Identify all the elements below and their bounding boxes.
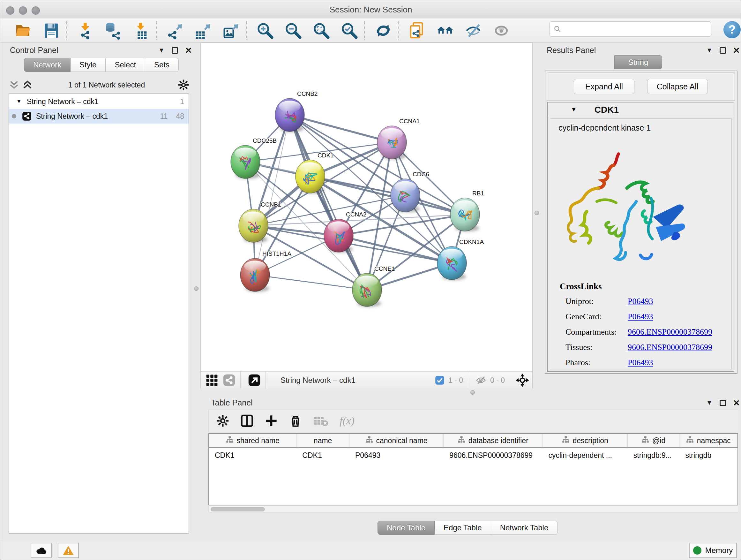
network-row[interactable]: String Network – cdk1 11 48 <box>9 109 189 124</box>
column-header-description[interactable]: description <box>542 434 627 447</box>
network-collection-row[interactable]: ▼ String Network – cdk1 1 <box>9 94 189 109</box>
tab-edge-table[interactable]: Edge Table <box>434 521 491 535</box>
network-canvas[interactable]: CCNB2CCNA1CDC25BCDK1CDC6RB1CCNB1CCNA2CDK… <box>200 43 533 371</box>
collection-caret-icon[interactable]: ▼ <box>16 98 22 105</box>
column-header-database-identifier[interactable]: database identifier <box>444 434 542 447</box>
network-node-count: 11 <box>160 112 168 121</box>
table-options-gear-icon[interactable] <box>216 415 229 427</box>
node-CDC25B[interactable]: CDC25B <box>231 137 277 179</box>
memory-button[interactable]: Memory <box>689 543 737 558</box>
table-panel-float-icon[interactable] <box>720 400 726 406</box>
tab-network-table[interactable]: Network Table <box>491 521 558 535</box>
hide-selected-icon[interactable] <box>464 22 482 40</box>
save-session-icon[interactable] <box>43 22 60 40</box>
zoom-selected-icon[interactable] <box>340 22 358 40</box>
control-panel-close-icon[interactable]: ✕ <box>185 47 192 54</box>
node-label-CCNB2: CCNB2 <box>297 90 318 97</box>
results-panel-collapse-icon[interactable]: ▼ <box>706 47 713 54</box>
selected-checkbox-icon[interactable] <box>435 375 445 385</box>
fit-selection-crosshair-icon[interactable] <box>516 374 529 387</box>
import-network-file-icon[interactable] <box>76 22 94 40</box>
section-caret-icon[interactable]: ▼ <box>571 106 577 113</box>
crosslink-link[interactable]: P06493 <box>628 312 653 321</box>
edge-CCNA2-CDKN1A[interactable] <box>339 236 452 263</box>
tab-sets[interactable]: Sets <box>145 58 179 72</box>
table-cell[interactable]: 9606.ENSP00000378699 <box>444 448 542 462</box>
crosslink-label: Compartments: <box>565 327 628 337</box>
show-columns-icon[interactable] <box>241 415 253 427</box>
control-panel-tabs: NetworkStyleSelectSets <box>24 58 179 72</box>
delete-table-icon[interactable] <box>313 415 328 427</box>
edge-HIST1H1A-CCNE1[interactable] <box>255 275 367 290</box>
birdseye-grid-icon[interactable] <box>206 374 218 386</box>
share-network-icon[interactable] <box>223 374 235 386</box>
results-panel-close-icon[interactable]: ✕ <box>733 47 740 54</box>
expand-all-icon[interactable] <box>22 80 33 90</box>
zoom-fit-icon[interactable] <box>313 22 330 40</box>
node-RB1[interactable]: RB1 <box>450 190 484 232</box>
update-network-icon[interactable] <box>374 22 392 40</box>
cloud-status-button[interactable] <box>30 543 52 558</box>
table-cell[interactable]: cyclin-dependent ... <box>542 448 627 462</box>
help-button[interactable]: ? <box>724 21 741 38</box>
scrollbar-thumb[interactable] <box>211 507 265 511</box>
show-all-icon[interactable] <box>492 22 510 40</box>
open-session-icon[interactable] <box>14 22 32 40</box>
create-column-plus-icon[interactable] <box>265 415 278 427</box>
delete-column-trash-icon[interactable] <box>289 415 302 427</box>
import-network-database-icon[interactable] <box>105 22 122 40</box>
column-header-shared-name[interactable]: shared name <box>209 434 296 447</box>
crosslink-link[interactable]: P06493 <box>628 358 653 368</box>
table-cell[interactable]: stringdb:9... <box>628 448 680 462</box>
right-splitter-handle[interactable] <box>535 211 539 215</box>
column-header--id[interactable]: @id <box>628 434 680 447</box>
toolbar-divider <box>364 21 365 40</box>
tab-string[interactable]: String <box>614 55 662 69</box>
results-panel-float-icon[interactable] <box>720 47 726 54</box>
first-neighbors-icon[interactable] <box>436 22 454 40</box>
column-header-canonical-name[interactable]: canonical name <box>349 434 444 447</box>
crosslink-link[interactable]: P06493 <box>628 297 653 306</box>
table-cell[interactable]: stringdb <box>679 448 738 462</box>
export-image-icon[interactable] <box>222 22 240 40</box>
cdk1-section-header[interactable]: ▼ CDK1 <box>548 103 734 117</box>
zoom-in-icon[interactable] <box>256 22 274 40</box>
table-cell[interactable]: CDK1 <box>296 448 349 462</box>
import-table-file-icon[interactable] <box>132 22 150 40</box>
export-table-icon[interactable] <box>194 22 212 40</box>
node-CDKN1A[interactable]: CDKN1A <box>437 239 484 280</box>
left-splitter-handle[interactable] <box>194 287 199 291</box>
new-network-from-selection-icon[interactable] <box>408 22 426 40</box>
control-panel-float-icon[interactable] <box>172 47 178 54</box>
network-options-gear-icon[interactable] <box>178 79 189 91</box>
crosslink-link[interactable]: 9606.ENSP00000378699 <box>628 327 712 337</box>
table-panel-collapse-icon[interactable]: ▼ <box>706 399 713 407</box>
node-HIST1H1A[interactable]: HIST1H1A <box>240 250 291 292</box>
table-panel-close-icon[interactable]: ✕ <box>733 400 740 406</box>
tab-style[interactable]: Style <box>71 58 106 72</box>
node-CCNA1[interactable]: CCNA1 <box>377 118 420 159</box>
node-CCNB2[interactable]: CCNB2 <box>275 90 318 132</box>
search-box[interactable] <box>549 21 711 37</box>
tab-node-table[interactable]: Node Table <box>378 521 434 535</box>
table-toolbar: f(x) <box>208 410 738 432</box>
search-input[interactable] <box>562 23 711 36</box>
crosslink-link[interactable]: 9606.ENSP00000378699 <box>628 343 712 352</box>
column-header-name[interactable]: name <box>296 434 349 447</box>
warnings-button[interactable] <box>58 543 79 558</box>
table-cell[interactable]: P06493 <box>349 448 444 462</box>
tab-select[interactable]: Select <box>106 58 145 72</box>
control-panel-collapse-icon[interactable]: ▼ <box>158 47 165 54</box>
table-cell[interactable]: CDK1 <box>209 448 296 462</box>
collapse-all-button[interactable]: Collapse All <box>647 79 708 94</box>
expand-all-button[interactable]: Expand All <box>574 79 634 94</box>
horizontal-splitter-handle[interactable] <box>470 390 475 395</box>
open-in-new-window-icon[interactable] <box>248 374 260 386</box>
collapse-all-icon[interactable] <box>9 80 19 90</box>
zoom-out-icon[interactable] <box>284 22 302 40</box>
tab-network[interactable]: Network <box>24 58 71 72</box>
export-network-icon[interactable] <box>166 22 184 40</box>
column-header-namespac[interactable]: namespac <box>679 434 738 447</box>
hidden-eye-slash-icon[interactable] <box>475 375 486 385</box>
table-horizontal-scrollbar[interactable] <box>208 505 738 512</box>
